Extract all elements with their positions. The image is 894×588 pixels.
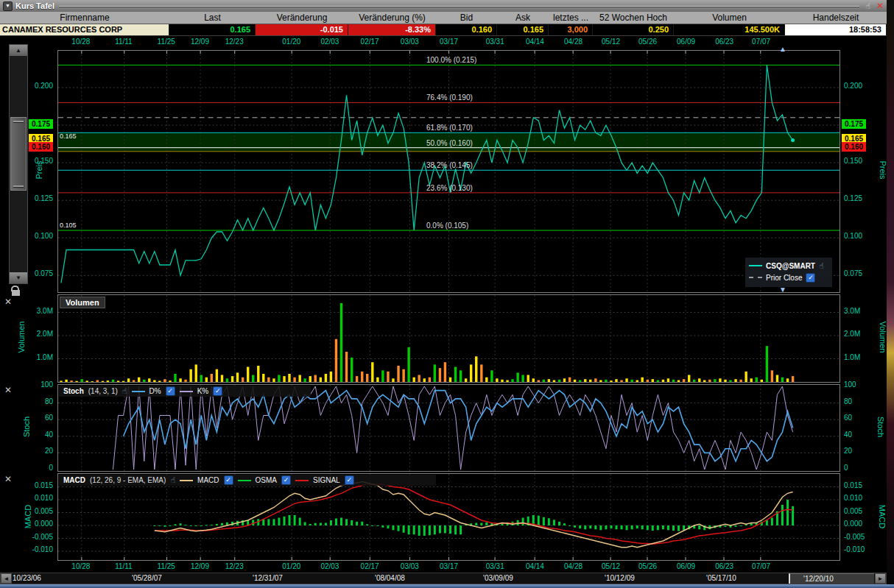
macd-panel-close-icon[interactable]: ✕ <box>4 474 12 484</box>
price-tick-left: 0.200 <box>28 82 53 91</box>
timeline-scrollbar[interactable]: ◄ '12/20/10 ► 10/23/06'05/28/07'12/31/07… <box>0 573 887 584</box>
timeline-left-icon[interactable]: ◄ <box>1 573 12 584</box>
price-chart[interactable]: 100.0% (0.215)76.4% (0.190)61.8% (0.170)… <box>57 50 840 293</box>
macd-hand-icon[interactable]: ☝ <box>170 475 175 485</box>
macd-chart[interactable]: MACD (12, 26, 9 - EMA, EMA) ☝ MACD ✓ OSM… <box>57 473 840 561</box>
stoch-tick-left: 100 <box>32 380 53 389</box>
separator <box>0 35 887 36</box>
stoch-hand-icon[interactable]: ☝ <box>122 386 127 396</box>
price-axis-name-right: Preis <box>879 160 887 179</box>
volume-tick-left: 2.0M <box>28 330 53 339</box>
window-titlebar[interactable]: ▼ Kurs Tafel ☝ ✕ <box>0 0 887 12</box>
k-checkbox[interactable]: ✓ <box>213 386 222 396</box>
timeline-thumb[interactable]: '12/20/10 <box>789 573 874 584</box>
timeline-thumb-label: '12/20/10 <box>803 575 834 583</box>
pan-up-icon[interactable]: ▲ <box>779 46 786 53</box>
scrollbar-thumb[interactable] <box>10 117 27 191</box>
value-last: 0.165 <box>169 24 256 35</box>
scroll-down-icon[interactable]: ▼ <box>10 272 27 283</box>
stoch-tick-left: 80 <box>32 397 53 406</box>
signal-label: SIGNAL <box>313 476 340 484</box>
price-series-svg <box>58 51 840 292</box>
top-date-tick: 02/17 <box>355 38 384 46</box>
macd-tick-right: 0.000 <box>844 520 875 528</box>
window-title: Kurs Tafel <box>15 1 54 10</box>
bottom-date-tick: 10/28 <box>66 562 96 570</box>
stoch-tick-right: 100 <box>844 380 865 389</box>
bottom-date-tick: 12/23 <box>219 562 249 570</box>
fib-level-label: 0.0% (0.105) <box>426 222 468 230</box>
volume-panel-close-icon[interactable]: ✕ <box>4 297 12 307</box>
bottom-date-tick: 02/03 <box>315 562 345 570</box>
header-vol[interactable]: Volumen <box>674 12 785 24</box>
fib-anchor-label: 0.165 <box>60 132 77 140</box>
price-tick-right: 0.150 <box>844 157 869 166</box>
close-icon[interactable]: ✕ <box>876 1 884 10</box>
osma-checkbox[interactable]: ✓ <box>281 475 291 485</box>
collapse-icon[interactable]: ▼ <box>3 1 13 11</box>
top-date-tick: 12/23 <box>219 38 249 46</box>
header-letztes[interactable]: letztes ... <box>549 12 593 24</box>
fib-level-label: 61.8% (0.170) <box>426 124 473 132</box>
macd-title: MACD <box>63 476 85 484</box>
macd-tick-left: -0.010 <box>22 545 53 554</box>
timeline-date-label: '08/04/08 <box>375 574 405 582</box>
top-date-tick: 03/03 <box>395 38 424 46</box>
stoch-tick-right: 40 <box>844 431 865 439</box>
stoch-tick-right: 80 <box>844 397 865 406</box>
quote-row[interactable]: CANAMEX RESOURCES CORP0.165-0.015-8.33%0… <box>0 24 887 35</box>
header-chg[interactable]: Veränderung <box>256 12 348 24</box>
stoch-tick-right: 0 <box>844 464 865 472</box>
header-time[interactable]: Handelszeit <box>785 12 887 24</box>
d-line-swatch <box>132 391 145 392</box>
quote-header-row: FirmennameLastVeränderungVeränderung (%)… <box>0 12 887 24</box>
k-label: K% <box>197 387 209 395</box>
volume-bars-svg <box>58 295 840 382</box>
value-letztes: 3,000 <box>549 24 593 35</box>
bottom-date-tick: 06/23 <box>710 562 739 570</box>
top-date-tick: 10/28 <box>66 38 96 46</box>
prior-close-checkbox[interactable]: ✓ <box>806 273 815 283</box>
price-badge-left: 0.160 <box>29 142 53 152</box>
price-vertical-scrollbar[interactable]: ▲ ▼ <box>9 44 28 284</box>
bottom-date-tick: 12/09 <box>185 562 214 570</box>
price-tick-left: 0.150 <box>28 157 53 166</box>
macd-params: (12, 26, 9 - EMA, EMA) <box>90 476 166 484</box>
volume-panel-tag: Volumen <box>60 297 105 308</box>
bottom-date-tick: 04/28 <box>559 562 588 570</box>
value-chgpct: -8.33% <box>348 24 436 35</box>
macd-checkbox[interactable]: ✓ <box>224 475 233 485</box>
timeline-right-icon[interactable]: ► <box>875 573 886 584</box>
scroll-up-icon[interactable]: ▲ <box>10 45 27 56</box>
value-wk52: 0.250 <box>593 24 674 35</box>
header-bid[interactable]: Bid <box>436 12 497 24</box>
legend-hand-icon[interactable]: ☝ <box>819 261 824 271</box>
volume-tick-right: 3.0M <box>844 307 869 316</box>
volume-axis-name-left: Volumen <box>17 322 26 353</box>
signal-checkbox[interactable]: ✓ <box>345 475 354 485</box>
header-wk52[interactable]: 52 Wochen Hoch <box>593 12 674 24</box>
top-date-tick: 05/26 <box>633 38 663 46</box>
top-date-tick: 06/09 <box>672 38 701 46</box>
stoch-panel-close-icon[interactable]: ✕ <box>4 385 12 395</box>
timeline-date-label: '12/31/07 <box>253 574 283 582</box>
signal-line-swatch <box>295 480 309 481</box>
pan-down-icon[interactable]: ▼ <box>779 286 786 294</box>
timeline-date-label: '03/09/09 <box>483 574 513 582</box>
header-name[interactable]: Firmenname <box>0 12 169 24</box>
osma-line-swatch <box>238 480 251 481</box>
bottom-date-tick: 07/07 <box>747 562 776 570</box>
header-ask[interactable]: Ask <box>497 12 549 24</box>
top-date-tick: 04/14 <box>520 38 549 46</box>
stoch-chart[interactable]: Stoch (14, 3, 1) ☝ D% ✓ K% ✓ <box>57 384 840 472</box>
top-date-tick: 02/03 <box>315 38 345 46</box>
bottom-date-tick: 11/11 <box>109 562 138 570</box>
header-last[interactable]: Last <box>169 12 256 24</box>
title-rule <box>59 6 859 7</box>
drag-hand-icon[interactable]: ☝ <box>865 1 870 11</box>
header-chgpct[interactable]: Veränderung (%) <box>348 12 436 24</box>
d-checkbox[interactable]: ✓ <box>166 386 175 396</box>
stoch-tick-right: 20 <box>844 447 865 456</box>
lock-icon[interactable] <box>11 286 21 296</box>
volume-chart[interactable]: Volumen <box>57 294 840 383</box>
